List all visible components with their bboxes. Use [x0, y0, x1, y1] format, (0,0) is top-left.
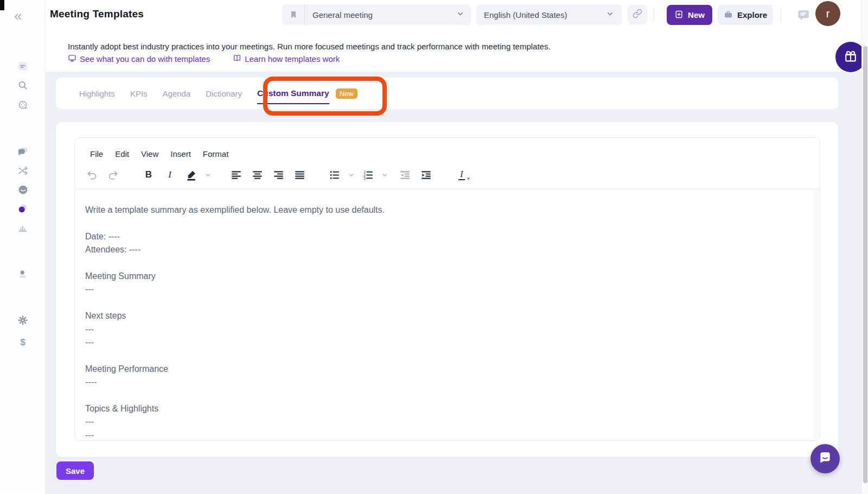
- explore-button[interactable]: Explore: [718, 5, 773, 25]
- menu-view[interactable]: View: [135, 147, 164, 161]
- editor-line: Next steps: [85, 309, 809, 322]
- book-icon: [233, 54, 241, 64]
- plus-square-icon: [674, 10, 684, 21]
- language-select[interactable]: English (United States): [476, 4, 622, 25]
- text-color-icon: [186, 169, 197, 181]
- editor-line: Meeting Performance: [85, 363, 809, 376]
- text-color-menu[interactable]: [203, 166, 213, 184]
- editor-line: [85, 296, 809, 309]
- language-value: English (United States): [484, 10, 606, 20]
- new-button[interactable]: New: [667, 5, 712, 25]
- editor-line: Write a template summary as exemplified …: [85, 204, 809, 217]
- search-icon: [17, 80, 28, 93]
- editor-line: ---: [85, 323, 809, 336]
- collapse-sidebar-icon[interactable]: «: [14, 9, 22, 23]
- editor-line: Attendees: ----: [85, 243, 809, 256]
- tab-kpis[interactable]: KPIs: [130, 89, 148, 98]
- sidebar-item-meetings[interactable]: [17, 61, 29, 73]
- editor-scrollbar[interactable]: [814, 190, 819, 440]
- indent-button[interactable]: [417, 166, 435, 184]
- save-button[interactable]: Save: [56, 461, 94, 480]
- gear-icon: [17, 315, 28, 328]
- editor-line: [85, 389, 809, 402]
- bar-chart-icon: [17, 222, 28, 235]
- bullet-list-icon: [329, 169, 340, 181]
- menu-edit[interactable]: Edit: [109, 147, 135, 161]
- redo-button[interactable]: [104, 166, 122, 184]
- tab-custom-summary[interactable]: Custom Summary New: [257, 88, 358, 99]
- editor-line: [85, 257, 809, 270]
- align-center-icon: [252, 169, 263, 181]
- editor-line: ---: [85, 283, 809, 296]
- see-templates-link[interactable]: See what you can do with templates: [68, 54, 210, 64]
- italic-button[interactable]: I: [161, 166, 179, 184]
- link-label: Learn how templates work: [245, 54, 340, 64]
- scrollbar-thumb[interactable]: [863, 46, 867, 483]
- page-scrollbar: [861, 0, 868, 494]
- tab-dictionary[interactable]: Dictionary: [206, 89, 242, 98]
- align-left-icon: [231, 169, 242, 181]
- coaching-dot-icon: [17, 203, 29, 217]
- support-chat-button[interactable]: [810, 444, 840, 473]
- sidebar-item-coaching[interactable]: [17, 204, 29, 216]
- menu-file[interactable]: File: [84, 147, 109, 161]
- sidebar: «: [0, 0, 46, 494]
- tab-agenda[interactable]: Agenda: [163, 89, 191, 98]
- numbered-list-menu[interactable]: [380, 166, 390, 184]
- editor-line: ----: [85, 376, 809, 389]
- sidebar-item-recordings[interactable]: [17, 100, 29, 112]
- new-badge: New: [336, 88, 358, 99]
- menu-format[interactable]: Format: [197, 147, 235, 161]
- undo-button[interactable]: [82, 166, 101, 184]
- align-right-button[interactable]: [269, 166, 288, 184]
- page-title: Meeting Templates: [50, 8, 144, 20]
- bullet-list-button[interactable]: [325, 166, 343, 184]
- sidebar-item-conversations[interactable]: [17, 147, 29, 159]
- top-header: Meeting Templates General meeting Englis…: [46, 0, 868, 30]
- sidebar-item-analytics[interactable]: [17, 223, 29, 235]
- numbered-list-icon: 123: [362, 169, 374, 181]
- bullet-list-menu[interactable]: [346, 166, 356, 184]
- dollar-icon: $: [20, 337, 25, 348]
- chat-bubbles-icon: [17, 145, 29, 160]
- clear-formatting-icon: I: [458, 169, 464, 180]
- link-icon: [633, 9, 642, 21]
- user-avatar[interactable]: r: [815, 1, 840, 26]
- meeting-type-select[interactable]: General meeting: [282, 4, 471, 25]
- bold-button[interactable]: B: [139, 166, 158, 184]
- align-right-icon: [273, 169, 284, 181]
- align-justify-button[interactable]: [290, 166, 309, 184]
- custom-summary-panel: File Edit View Insert Format B I: [56, 122, 838, 457]
- learn-templates-link[interactable]: Learn how templates work: [233, 54, 340, 64]
- monitor-icon: [68, 54, 76, 64]
- comment-icon: [796, 15, 810, 24]
- copy-link-button[interactable]: [628, 5, 647, 24]
- editor-toolbar: B I: [75, 161, 820, 189]
- sidebar-item-contacts[interactable]: [17, 269, 29, 281]
- banner-links: See what you can do with templates Learn…: [68, 54, 340, 64]
- editor-line: [85, 349, 809, 362]
- chevron-down-icon: [348, 172, 355, 179]
- sidebar-item-billing[interactable]: $: [17, 337, 29, 349]
- numbered-list-button[interactable]: 123: [359, 166, 377, 184]
- sidebar-item-search[interactable]: [17, 80, 29, 92]
- align-center-button[interactable]: [248, 166, 266, 184]
- sidebar-item-shuffle[interactable]: [17, 166, 29, 178]
- gift-icon: [843, 48, 858, 66]
- editor-content[interactable]: Write a template summary as exemplified …: [75, 189, 820, 441]
- tab-highlights[interactable]: Highlights: [79, 89, 115, 98]
- sidebar-item-sentiment[interactable]: [17, 185, 29, 197]
- clear-formatting-button[interactable]: I×: [452, 166, 471, 184]
- sidebar-item-settings[interactable]: [17, 315, 29, 327]
- italic-icon: I: [168, 169, 171, 180]
- feedback-button[interactable]: [796, 8, 810, 22]
- align-left-button[interactable]: [227, 166, 245, 184]
- editor-line: ---: [85, 336, 809, 349]
- text-color-button[interactable]: [182, 166, 200, 184]
- editor-menubar: File Edit View Insert Format: [75, 138, 820, 161]
- film-reel-icon: [17, 99, 29, 113]
- chevron-down-icon: [456, 10, 464, 20]
- header-divider: [781, 8, 781, 23]
- outdent-button[interactable]: [395, 166, 414, 184]
- menu-insert[interactable]: Insert: [164, 147, 197, 161]
